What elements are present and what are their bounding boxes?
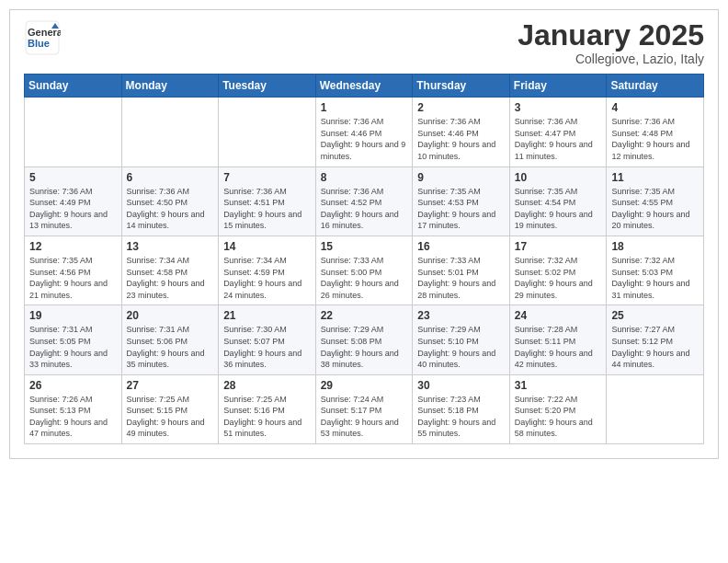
day-info: Sunrise: 7:31 AM Sunset: 5:05 PM Dayligh… xyxy=(29,324,117,370)
day-info: Sunrise: 7:33 AM Sunset: 5:01 PM Dayligh… xyxy=(417,255,505,301)
day-number: 18 xyxy=(611,240,699,253)
calendar-cell: 5Sunrise: 7:36 AM Sunset: 4:49 PM Daylig… xyxy=(25,167,122,236)
calendar-cell: 1Sunrise: 7:36 AM Sunset: 4:46 PM Daylig… xyxy=(315,98,413,167)
day-number: 30 xyxy=(417,379,505,392)
day-info: Sunrise: 7:26 AM Sunset: 5:13 PM Dayligh… xyxy=(29,394,117,440)
day-info: Sunrise: 7:36 AM Sunset: 4:50 PM Dayligh… xyxy=(127,186,214,232)
day-info: Sunrise: 7:28 AM Sunset: 5:11 PM Dayligh… xyxy=(515,324,602,370)
calendar-cell: 2Sunrise: 7:36 AM Sunset: 4:46 PM Daylig… xyxy=(413,98,510,167)
day-number: 13 xyxy=(127,240,214,253)
col-friday: Friday xyxy=(509,75,607,98)
calendar-cell: 15Sunrise: 7:33 AM Sunset: 5:00 PM Dayli… xyxy=(315,236,413,304)
day-number: 7 xyxy=(223,171,311,184)
day-number: 15 xyxy=(321,240,408,253)
day-number: 23 xyxy=(417,309,505,322)
day-info: Sunrise: 7:29 AM Sunset: 5:10 PM Dayligh… xyxy=(417,324,505,370)
week-row-2: 12Sunrise: 7:35 AM Sunset: 4:56 PM Dayli… xyxy=(25,236,704,304)
day-info: Sunrise: 7:36 AM Sunset: 4:46 PM Dayligh… xyxy=(321,116,408,162)
day-number: 8 xyxy=(321,171,408,184)
day-info: Sunrise: 7:29 AM Sunset: 5:08 PM Dayligh… xyxy=(321,324,408,370)
calendar-cell: 29Sunrise: 7:24 AM Sunset: 5:17 PM Dayli… xyxy=(315,374,413,443)
calendar-cell: 3Sunrise: 7:36 AM Sunset: 4:47 PM Daylig… xyxy=(509,98,607,167)
week-row-3: 19Sunrise: 7:31 AM Sunset: 5:05 PM Dayli… xyxy=(25,305,704,374)
calendar-cell: 7Sunrise: 7:36 AM Sunset: 4:51 PM Daylig… xyxy=(219,167,316,236)
day-info: Sunrise: 7:35 AM Sunset: 4:53 PM Dayligh… xyxy=(417,186,505,232)
day-number: 26 xyxy=(29,379,117,392)
calendar-cell: 26Sunrise: 7:26 AM Sunset: 5:13 PM Dayli… xyxy=(25,374,122,443)
calendar-cell: 28Sunrise: 7:25 AM Sunset: 5:16 PM Dayli… xyxy=(219,374,316,443)
calendar: Sunday Monday Tuesday Wednesday Thursday… xyxy=(24,74,704,444)
day-number: 31 xyxy=(515,379,602,392)
logo-icon: General Blue xyxy=(24,19,61,56)
calendar-cell xyxy=(607,374,704,443)
calendar-cell: 14Sunrise: 7:34 AM Sunset: 4:59 PM Dayli… xyxy=(219,236,316,304)
day-info: Sunrise: 7:22 AM Sunset: 5:20 PM Dayligh… xyxy=(515,394,602,440)
calendar-cell: 24Sunrise: 7:28 AM Sunset: 5:11 PM Dayli… xyxy=(509,305,607,374)
page: General Blue January 2025 Collegiove, La… xyxy=(9,9,719,459)
calendar-cell: 23Sunrise: 7:29 AM Sunset: 5:10 PM Dayli… xyxy=(413,305,510,374)
day-info: Sunrise: 7:30 AM Sunset: 5:07 PM Dayligh… xyxy=(223,324,311,370)
logo-area: General Blue xyxy=(24,19,64,60)
day-info: Sunrise: 7:35 AM Sunset: 4:54 PM Dayligh… xyxy=(515,186,602,232)
day-number: 19 xyxy=(29,309,117,322)
svg-text:Blue: Blue xyxy=(28,38,50,49)
day-number: 11 xyxy=(611,171,699,184)
day-info: Sunrise: 7:25 AM Sunset: 5:15 PM Dayligh… xyxy=(127,394,214,440)
day-number: 21 xyxy=(223,309,311,322)
title-area: January 2025 Collegiove, Lazio, Italy xyxy=(518,19,704,66)
col-wednesday: Wednesday xyxy=(315,75,413,98)
day-info: Sunrise: 7:23 AM Sunset: 5:18 PM Dayligh… xyxy=(417,394,505,440)
day-info: Sunrise: 7:27 AM Sunset: 5:12 PM Dayligh… xyxy=(611,324,699,370)
day-info: Sunrise: 7:34 AM Sunset: 4:59 PM Dayligh… xyxy=(223,255,311,301)
calendar-cell: 18Sunrise: 7:32 AM Sunset: 5:03 PM Dayli… xyxy=(607,236,704,304)
month-title: January 2025 xyxy=(518,19,704,52)
day-number: 25 xyxy=(611,309,699,322)
day-number: 24 xyxy=(515,309,602,322)
calendar-cell: 27Sunrise: 7:25 AM Sunset: 5:15 PM Dayli… xyxy=(121,374,219,443)
day-number: 6 xyxy=(127,171,214,184)
header: General Blue January 2025 Collegiove, La… xyxy=(24,19,704,66)
day-info: Sunrise: 7:36 AM Sunset: 4:52 PM Dayligh… xyxy=(321,186,408,232)
day-info: Sunrise: 7:25 AM Sunset: 5:16 PM Dayligh… xyxy=(223,394,311,440)
day-number: 10 xyxy=(515,171,602,184)
day-number: 17 xyxy=(515,240,602,253)
calendar-cell: 12Sunrise: 7:35 AM Sunset: 4:56 PM Dayli… xyxy=(25,236,122,304)
calendar-cell: 11Sunrise: 7:35 AM Sunset: 4:55 PM Dayli… xyxy=(607,167,704,236)
calendar-cell: 4Sunrise: 7:36 AM Sunset: 4:48 PM Daylig… xyxy=(607,98,704,167)
day-info: Sunrise: 7:36 AM Sunset: 4:48 PM Dayligh… xyxy=(611,116,699,162)
day-number: 12 xyxy=(29,240,117,253)
day-info: Sunrise: 7:36 AM Sunset: 4:47 PM Dayligh… xyxy=(515,116,602,162)
calendar-cell: 6Sunrise: 7:36 AM Sunset: 4:50 PM Daylig… xyxy=(121,167,219,236)
calendar-cell: 8Sunrise: 7:36 AM Sunset: 4:52 PM Daylig… xyxy=(315,167,413,236)
day-info: Sunrise: 7:31 AM Sunset: 5:06 PM Dayligh… xyxy=(127,324,214,370)
day-number: 28 xyxy=(223,379,311,392)
day-number: 4 xyxy=(611,101,699,114)
calendar-cell: 19Sunrise: 7:31 AM Sunset: 5:05 PM Dayli… xyxy=(25,305,122,374)
day-number: 2 xyxy=(417,101,505,114)
day-info: Sunrise: 7:35 AM Sunset: 4:56 PM Dayligh… xyxy=(29,255,117,301)
day-info: Sunrise: 7:34 AM Sunset: 4:58 PM Dayligh… xyxy=(127,255,214,301)
day-info: Sunrise: 7:36 AM Sunset: 4:49 PM Dayligh… xyxy=(29,186,117,232)
calendar-cell: 17Sunrise: 7:32 AM Sunset: 5:02 PM Dayli… xyxy=(509,236,607,304)
calendar-cell: 10Sunrise: 7:35 AM Sunset: 4:54 PM Dayli… xyxy=(509,167,607,236)
col-tuesday: Tuesday xyxy=(219,75,316,98)
day-info: Sunrise: 7:32 AM Sunset: 5:03 PM Dayligh… xyxy=(611,255,699,301)
day-number: 27 xyxy=(127,379,214,392)
day-number: 29 xyxy=(321,379,408,392)
day-number: 3 xyxy=(515,101,602,114)
day-number: 14 xyxy=(223,240,311,253)
col-monday: Monday xyxy=(121,75,219,98)
calendar-cell xyxy=(219,98,316,167)
day-info: Sunrise: 7:24 AM Sunset: 5:17 PM Dayligh… xyxy=(321,394,408,440)
calendar-cell: 25Sunrise: 7:27 AM Sunset: 5:12 PM Dayli… xyxy=(607,305,704,374)
calendar-cell xyxy=(121,98,219,167)
calendar-cell: 20Sunrise: 7:31 AM Sunset: 5:06 PM Dayli… xyxy=(121,305,219,374)
day-number: 22 xyxy=(321,309,408,322)
calendar-cell xyxy=(25,98,122,167)
day-number: 20 xyxy=(127,309,214,322)
header-row: Sunday Monday Tuesday Wednesday Thursday… xyxy=(25,75,704,98)
day-number: 5 xyxy=(29,171,117,184)
calendar-cell: 13Sunrise: 7:34 AM Sunset: 4:58 PM Dayli… xyxy=(121,236,219,304)
day-info: Sunrise: 7:36 AM Sunset: 4:51 PM Dayligh… xyxy=(223,186,311,232)
day-number: 1 xyxy=(321,101,408,114)
